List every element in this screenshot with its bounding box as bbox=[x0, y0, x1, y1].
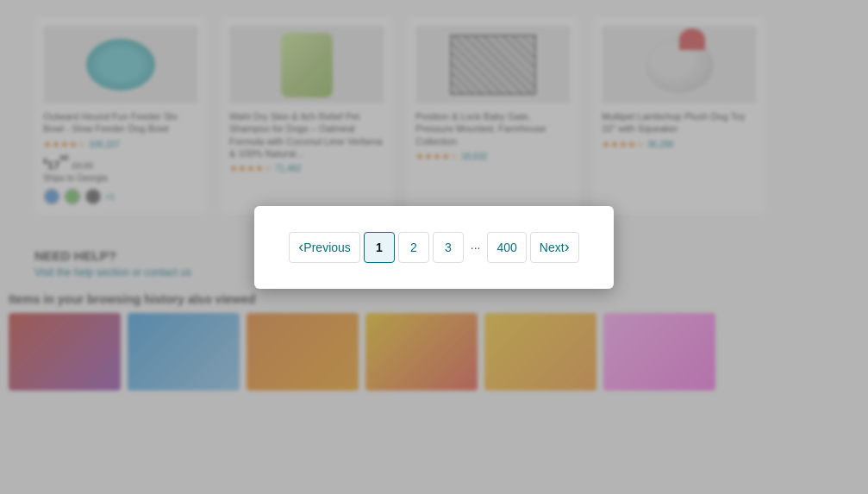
previous-page-button[interactable]: Previous bbox=[289, 232, 359, 263]
page-last-button[interactable]: 400 bbox=[487, 232, 526, 263]
previous-label: Previous bbox=[303, 241, 350, 254]
pagination-dots: ··· bbox=[467, 241, 484, 254]
chevron-right-icon bbox=[565, 238, 570, 256]
page-1-label: 1 bbox=[376, 241, 383, 254]
page-2-button[interactable]: 2 bbox=[398, 232, 429, 263]
page-3-label: 3 bbox=[445, 241, 452, 254]
page-2-label: 2 bbox=[410, 241, 417, 254]
next-label: Next bbox=[540, 241, 565, 254]
modal-overlay: Previous 1 2 3 ··· 400 Next bbox=[0, 0, 868, 494]
page-last-label: 400 bbox=[496, 241, 516, 254]
pagination-modal: Previous 1 2 3 ··· 400 Next bbox=[254, 206, 613, 289]
next-page-button[interactable]: Next bbox=[530, 232, 579, 263]
page-3-button[interactable]: 3 bbox=[433, 232, 464, 263]
page-1-button[interactable]: 1 bbox=[364, 232, 395, 263]
